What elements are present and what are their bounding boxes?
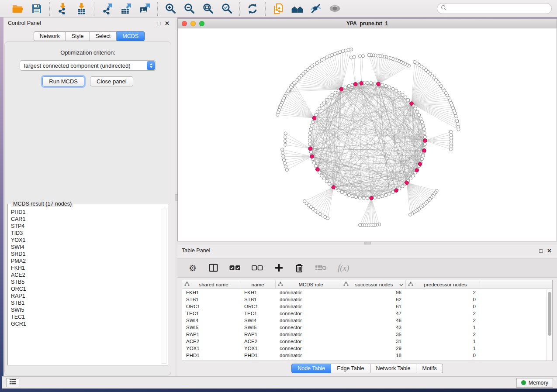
network-node[interactable]	[328, 96, 331, 99]
control-panel-close-icon[interactable]: ✕	[165, 21, 170, 26]
network-hub-node[interactable]	[415, 168, 419, 172]
network-node[interactable]	[423, 135, 426, 138]
tab-motifs[interactable]: Motifs	[416, 364, 443, 373]
network-node[interactable]	[367, 53, 370, 56]
network-node[interactable]	[407, 98, 410, 101]
network-node[interactable]	[334, 91, 337, 94]
network-node[interactable]	[404, 96, 407, 99]
network-node[interactable]	[381, 195, 384, 198]
network-node[interactable]	[370, 82, 373, 85]
network-node[interactable]	[450, 142, 453, 145]
horizontal-splitter[interactable]	[177, 241, 557, 245]
network-node[interactable]	[420, 158, 423, 161]
memory-button[interactable]: Memory	[516, 378, 553, 388]
tab-select[interactable]: Select	[90, 31, 117, 41]
network-node[interactable]	[420, 120, 423, 124]
network-node[interactable]	[347, 84, 350, 87]
network-node[interactable]	[347, 193, 350, 196]
network-node[interactable]	[309, 131, 312, 134]
column-header-successor-nodes[interactable]: successor nodes	[341, 280, 406, 289]
network-node[interactable]	[284, 143, 287, 146]
mcds-result-item[interactable]: STP4	[11, 223, 167, 230]
mcds-result-item[interactable]: ACE2	[11, 272, 167, 279]
network-node[interactable]	[353, 55, 356, 58]
network-hub-node[interactable]	[422, 149, 426, 153]
network-node[interactable]	[409, 177, 412, 180]
network-node[interactable]	[416, 110, 419, 113]
panel-properties-button[interactable]	[6, 378, 19, 387]
network-node[interactable]	[449, 148, 452, 151]
network-node[interactable]	[351, 195, 354, 198]
tab-style[interactable]: Style	[66, 31, 90, 41]
table-row[interactable]: SWI5SWI5connector431	[182, 324, 552, 331]
mcds-result-scrollbar[interactable]	[162, 209, 166, 364]
network-hub-node[interactable]	[360, 81, 363, 85]
network-node[interactable]	[328, 182, 331, 186]
network-node[interactable]	[282, 158, 285, 162]
network-node[interactable]	[374, 196, 377, 199]
table-row[interactable]: STB1STB1dominator620	[182, 296, 552, 303]
network-node[interactable]	[349, 56, 353, 59]
mcds-result-item[interactable]: SWI4	[11, 244, 167, 251]
network-node[interactable]	[276, 113, 279, 116]
network-node[interactable]	[344, 192, 347, 195]
hide-selected-icon[interactable]	[309, 2, 322, 15]
network-hub-node[interactable]	[377, 82, 381, 86]
network-node[interactable]	[422, 124, 425, 127]
refresh-icon[interactable]	[246, 2, 259, 15]
clone-network-icon[interactable]	[272, 2, 285, 15]
export-table-icon[interactable]	[119, 2, 132, 15]
network-node[interactable]	[318, 107, 321, 110]
network-node[interactable]	[311, 120, 314, 124]
horizontal-splitter-handle[interactable]	[364, 242, 371, 244]
network-hub-node[interactable]	[370, 196, 374, 200]
network-node[interactable]	[450, 136, 453, 139]
network-node[interactable]	[422, 128, 426, 131]
network-node[interactable]	[450, 145, 453, 148]
select-all-icon[interactable]	[229, 262, 241, 274]
first-neighbors-icon[interactable]	[291, 2, 304, 15]
network-node[interactable]	[450, 139, 453, 142]
network-node[interactable]	[309, 150, 312, 153]
network-node[interactable]	[419, 117, 422, 120]
dropdown-stepper-icon[interactable]	[147, 61, 155, 70]
add-column-icon[interactable]	[274, 262, 284, 274]
network-node[interactable]	[325, 180, 328, 183]
mcds-result-item[interactable]: PMA2	[11, 258, 167, 265]
table-row[interactable]: ACE2ACE2connector311	[182, 338, 552, 345]
network-node[interactable]	[344, 86, 347, 89]
column-header-MCDS-role[interactable]: MCDS role	[276, 280, 341, 289]
open-icon[interactable]	[11, 2, 24, 15]
network-node[interactable]	[381, 83, 384, 86]
zoom-fit-icon[interactable]	[201, 2, 214, 15]
network-node[interactable]	[366, 196, 369, 199]
network-canvas[interactable]	[178, 28, 557, 241]
mcds-result-item[interactable]: PHD1	[11, 209, 167, 216]
network-node[interactable]	[284, 132, 287, 135]
mcds-result-item[interactable]: FKH1	[11, 265, 167, 272]
mcds-result-item[interactable]: TEC1	[11, 313, 167, 320]
network-node[interactable]	[340, 191, 343, 194]
network-node[interactable]	[388, 86, 391, 89]
network-node[interactable]	[281, 148, 284, 151]
window-minimize-icon[interactable]	[190, 21, 196, 26]
network-node[interactable]	[359, 55, 362, 58]
network-node[interactable]	[391, 87, 394, 90]
mcds-result-item[interactable]: STB1	[11, 299, 167, 306]
mcds-result-item[interactable]: SRD1	[11, 251, 167, 258]
network-node[interactable]	[384, 84, 387, 87]
network-node[interactable]	[282, 155, 285, 158]
network-node[interactable]	[366, 81, 369, 84]
network-node[interactable]	[384, 193, 387, 196]
window-close-icon[interactable]	[182, 21, 187, 26]
network-node[interactable]	[284, 136, 287, 139]
delete-column-icon[interactable]	[294, 262, 304, 274]
mcds-result-item[interactable]: SWI5	[11, 306, 167, 313]
network-node[interactable]	[318, 171, 321, 174]
network-hub-node[interactable]	[315, 168, 319, 172]
tab-edge-table[interactable]: Edge Table	[331, 364, 370, 373]
close-panel-button[interactable]: Close panel	[90, 76, 133, 86]
control-panel-float-icon[interactable]: □	[157, 21, 160, 26]
import-network-icon[interactable]	[56, 2, 69, 15]
tab-mcds[interactable]: MCDS	[117, 31, 145, 41]
